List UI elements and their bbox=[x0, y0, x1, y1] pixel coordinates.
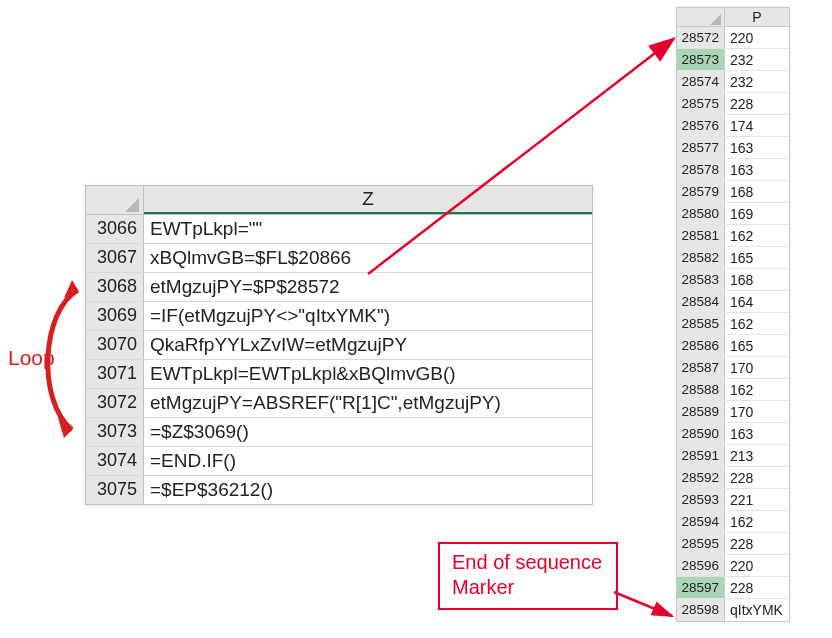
cell[interactable]: 163 bbox=[725, 159, 789, 180]
row-header[interactable]: 3068 bbox=[86, 273, 144, 301]
cell[interactable]: 174 bbox=[725, 115, 789, 136]
table-row: 3069=IF(etMgzujPY<>"qItxYMK") bbox=[86, 302, 592, 331]
left-spreadsheet: Z 3066EWTpLkpl=""3067xBQlmvGB=$FL$208663… bbox=[85, 185, 593, 505]
cell[interactable]: 228 bbox=[725, 93, 789, 114]
cell[interactable]: EWTpLkpl=EWTpLkpl&xBQlmvGB() bbox=[144, 360, 592, 388]
table-row: 28590163 bbox=[677, 423, 789, 445]
row-header[interactable]: 28586 bbox=[677, 335, 725, 356]
cell[interactable]: 162 bbox=[725, 511, 789, 532]
column-header-z[interactable]: Z bbox=[144, 186, 592, 214]
row-header[interactable]: 3070 bbox=[86, 331, 144, 359]
cell[interactable]: xBQlmvGB=$FL$20866 bbox=[144, 244, 592, 272]
cell[interactable]: 168 bbox=[725, 269, 789, 290]
eos-line2: Marker bbox=[452, 575, 602, 600]
cell[interactable]: 232 bbox=[725, 49, 789, 70]
row-header[interactable]: 28595 bbox=[677, 533, 725, 554]
cell[interactable]: etMgzujPY=$P$28572 bbox=[144, 273, 592, 301]
row-header[interactable]: 28590 bbox=[677, 423, 725, 444]
row-header[interactable]: 28575 bbox=[677, 93, 725, 114]
row-header[interactable]: 28596 bbox=[677, 555, 725, 576]
row-header[interactable]: 28573 bbox=[677, 49, 725, 70]
cell[interactable]: 162 bbox=[725, 225, 789, 246]
row-header[interactable]: 28585 bbox=[677, 313, 725, 334]
row-header[interactable]: 3074 bbox=[86, 447, 144, 475]
row-header[interactable]: 28593 bbox=[677, 489, 725, 510]
row-header[interactable]: 28589 bbox=[677, 401, 725, 422]
cell[interactable]: 213 bbox=[725, 445, 789, 466]
table-row: 3074=END.IF() bbox=[86, 447, 592, 476]
cell[interactable]: 165 bbox=[725, 247, 789, 268]
row-header[interactable]: 28584 bbox=[677, 291, 725, 312]
row-header[interactable]: 28591 bbox=[677, 445, 725, 466]
cell[interactable]: 162 bbox=[725, 313, 789, 334]
table-row: 3071EWTpLkpl=EWTpLkpl&xBQlmvGB() bbox=[86, 360, 592, 389]
row-header[interactable]: 3073 bbox=[86, 418, 144, 446]
cell[interactable]: 170 bbox=[725, 401, 789, 422]
cell[interactable]: QkaRfpYYLxZvIW=etMgzujPY bbox=[144, 331, 592, 359]
row-header[interactable]: 28581 bbox=[677, 225, 725, 246]
cell[interactable]: 228 bbox=[725, 533, 789, 554]
cell[interactable]: etMgzujPY=ABSREF("R[1]C",etMgzujPY) bbox=[144, 389, 592, 417]
table-row: 28577163 bbox=[677, 137, 789, 159]
row-header[interactable]: 28587 bbox=[677, 357, 725, 378]
cell[interactable]: =END.IF() bbox=[144, 447, 592, 475]
row-header[interactable]: 3069 bbox=[86, 302, 144, 330]
row-header[interactable]: 28583 bbox=[677, 269, 725, 290]
row-header[interactable]: 28578 bbox=[677, 159, 725, 180]
row-header[interactable]: 28576 bbox=[677, 115, 725, 136]
cell[interactable]: 168 bbox=[725, 181, 789, 202]
cell[interactable]: 228 bbox=[725, 467, 789, 488]
cell[interactable]: 165 bbox=[725, 335, 789, 356]
table-row: 28591213 bbox=[677, 445, 789, 467]
row-header[interactable]: 28588 bbox=[677, 379, 725, 400]
cell[interactable]: 232 bbox=[725, 71, 789, 92]
row-header[interactable]: 28598 bbox=[677, 599, 725, 621]
table-row: 28585162 bbox=[677, 313, 789, 335]
row-header[interactable]: 28597 bbox=[677, 577, 725, 598]
row-header[interactable]: 28574 bbox=[677, 71, 725, 92]
cell[interactable]: 162 bbox=[725, 379, 789, 400]
cell[interactable]: qItxYMK bbox=[725, 599, 789, 621]
table-row: 28572220 bbox=[677, 27, 789, 49]
cell[interactable]: 169 bbox=[725, 203, 789, 224]
row-header[interactable]: 28592 bbox=[677, 467, 725, 488]
row-header[interactable]: 28580 bbox=[677, 203, 725, 224]
cell[interactable]: =IF(etMgzujPY<>"qItxYMK") bbox=[144, 302, 592, 330]
cell[interactable]: =$EP$36212() bbox=[144, 476, 592, 504]
cell[interactable]: =$Z$3069() bbox=[144, 418, 592, 446]
table-row: 3066EWTpLkpl="" bbox=[86, 215, 592, 244]
row-header[interactable]: 28579 bbox=[677, 181, 725, 202]
select-all-triangle-right[interactable] bbox=[677, 8, 725, 26]
cell[interactable]: 163 bbox=[725, 423, 789, 444]
table-row: 28589170 bbox=[677, 401, 789, 423]
cell[interactable]: EWTpLkpl="" bbox=[144, 215, 592, 243]
cell[interactable]: 170 bbox=[725, 357, 789, 378]
row-header[interactable]: 28577 bbox=[677, 137, 725, 158]
table-row: 28598qItxYMK bbox=[677, 599, 789, 621]
column-header-p[interactable]: P bbox=[725, 8, 789, 26]
end-of-sequence-annotation: End of sequence Marker bbox=[438, 542, 618, 610]
cell[interactable]: 220 bbox=[725, 555, 789, 576]
row-header[interactable]: 3071 bbox=[86, 360, 144, 388]
table-row: 28584164 bbox=[677, 291, 789, 313]
table-row: 28576174 bbox=[677, 115, 789, 137]
row-header[interactable]: 3066 bbox=[86, 215, 144, 243]
row-header[interactable]: 28572 bbox=[677, 27, 725, 48]
svg-marker-0 bbox=[125, 198, 139, 212]
table-row: 28592228 bbox=[677, 467, 789, 489]
table-row: 28593221 bbox=[677, 489, 789, 511]
row-header[interactable]: 3072 bbox=[86, 389, 144, 417]
row-header[interactable]: 28594 bbox=[677, 511, 725, 532]
row-header[interactable]: 28582 bbox=[677, 247, 725, 268]
table-row: 28583168 bbox=[677, 269, 789, 291]
right-spreadsheet: P 28572220285732322857423228575228285761… bbox=[676, 7, 790, 622]
row-header[interactable]: 3067 bbox=[86, 244, 144, 272]
cell[interactable]: 164 bbox=[725, 291, 789, 312]
cell[interactable]: 220 bbox=[725, 27, 789, 48]
table-row: 3068etMgzujPY=$P$28572 bbox=[86, 273, 592, 302]
cell[interactable]: 221 bbox=[725, 489, 789, 510]
cell[interactable]: 228 bbox=[725, 577, 789, 598]
cell[interactable]: 163 bbox=[725, 137, 789, 158]
row-header[interactable]: 3075 bbox=[86, 476, 144, 504]
select-all-triangle-left[interactable] bbox=[86, 186, 144, 214]
